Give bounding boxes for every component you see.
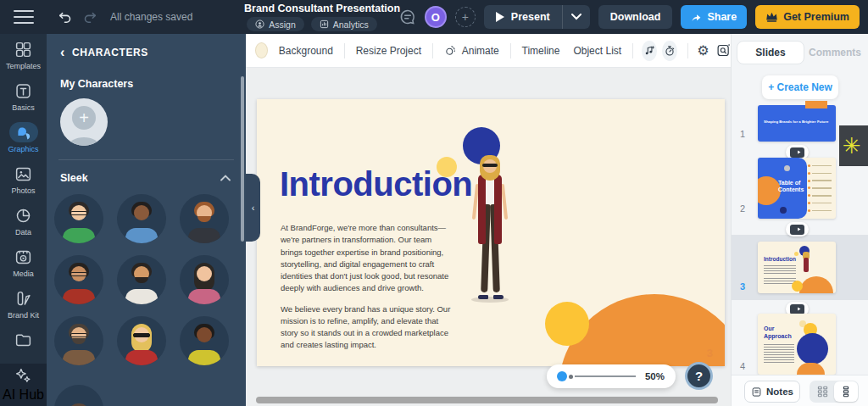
preview-search-button[interactable]: [716, 42, 731, 59]
play-icon: [496, 12, 504, 22]
list-view-button[interactable]: [834, 381, 858, 402]
document-title[interactable]: Brand Consultant Presentation: [244, 3, 380, 14]
animate-button[interactable]: Animate: [433, 44, 510, 57]
brand-kit-icon: [9, 288, 38, 309]
share-arrow-icon: [691, 12, 702, 22]
character-illustration[interactable]: [469, 155, 511, 303]
character-avatar[interactable]: [54, 316, 103, 365]
graphics-icon: [9, 122, 38, 142]
canvas-toolbar: Background Resize Project Animate Timeli…: [246, 34, 731, 68]
slide-title[interactable]: Introduction: [280, 165, 472, 203]
preview-magnifier-icon: [716, 43, 731, 58]
grid-view-icon: [817, 386, 828, 398]
transition-arrow-icon: [793, 149, 801, 155]
add-character-button[interactable]: +: [60, 98, 108, 146]
sidebar-item-media[interactable]: Media: [0, 242, 47, 283]
promo-asterisk-widget[interactable]: ✳: [839, 125, 868, 166]
sidebar-item-folder[interactable]: [0, 325, 47, 353]
character-avatar-partial[interactable]: [54, 385, 103, 406]
slide-thumbnail-3-selected[interactable]: Introduction: [758, 242, 836, 293]
analytics-button[interactable]: Analytics: [311, 17, 377, 31]
media-icon: [9, 247, 38, 267]
sidebar-item-graphics[interactable]: Graphics: [0, 117, 47, 159]
collapse-chevron-icon[interactable]: [220, 175, 231, 181]
character-avatar[interactable]: [180, 316, 229, 365]
canvas-area: Background Resize Project Animate Timeli…: [246, 34, 731, 406]
character-avatar[interactable]: [180, 255, 229, 304]
sidebar-item-ai-hub[interactable]: AI Hub: [0, 364, 47, 406]
horizontal-scrollbar[interactable]: [256, 397, 718, 403]
slide-thumbnail-4[interactable]: Our Approach: [758, 314, 836, 375]
my-characters-label: My Characters: [47, 59, 246, 90]
animate-icon: [444, 44, 457, 57]
sidebar-item-basics[interactable]: Basics: [0, 75, 47, 117]
timeline-button[interactable]: Timeline: [511, 45, 567, 57]
menu-icon[interactable]: [14, 10, 34, 24]
sidebar-item-templates[interactable]: Templates: [0, 34, 47, 75]
view-toggle: [810, 381, 859, 403]
decor-orange-tab: [805, 101, 827, 108]
sidebar-item-brand-kit[interactable]: Brand Kit: [0, 283, 47, 325]
autosave-status: All changes saved: [110, 11, 192, 23]
add-collaborator-button[interactable]: +: [455, 7, 476, 27]
decor-yellow-circle-large[interactable]: [545, 302, 589, 346]
zoom-slider-track[interactable]: [575, 375, 636, 377]
sidebar-item-photos[interactable]: Photos: [0, 159, 47, 200]
slide-number-4: 4: [740, 361, 745, 371]
object-list-button[interactable]: Object List: [566, 45, 632, 57]
present-button[interactable]: Present: [484, 5, 590, 29]
sleek-section-label: Sleek: [60, 172, 88, 184]
share-button[interactable]: Share: [681, 5, 747, 29]
settings-button[interactable]: ⚙: [697, 42, 709, 59]
undo-icon[interactable]: [56, 8, 73, 25]
download-button[interactable]: Download: [598, 5, 673, 29]
music-note-icon: [643, 45, 655, 57]
chevron-down-icon: [571, 14, 581, 20]
slides-panel: Slides Comments + Create New 1 Shaping B…: [731, 34, 868, 406]
assign-button[interactable]: Assign: [247, 17, 304, 31]
tab-comments[interactable]: Comments: [804, 41, 865, 64]
slide-page-number: 3: [707, 347, 713, 359]
top-bar: All changes saved Brand Consultant Prese…: [0, 0, 868, 34]
comments-icon[interactable]: [399, 8, 416, 25]
panel-collapse-handle[interactable]: ‹: [246, 174, 260, 242]
sidebar-item-data[interactable]: Data: [0, 200, 47, 242]
zoom-control: 50%: [547, 364, 676, 388]
background-color-swatch[interactable]: [255, 42, 268, 58]
zoom-value: 50%: [645, 371, 665, 381]
characters-panel: ‹ CHARACTERS My Characters + Sleek: [47, 34, 246, 406]
zoom-slider-handle[interactable]: [557, 371, 567, 381]
list-view-icon: [842, 386, 850, 398]
slide-thumbnail-2[interactable]: Table of Contents: [758, 158, 836, 219]
background-button[interactable]: Background: [268, 45, 344, 57]
transition-button-2[interactable]: [786, 222, 809, 236]
character-avatar[interactable]: [117, 255, 166, 304]
present-dropdown-button[interactable]: [563, 14, 590, 20]
character-avatar[interactable]: [54, 255, 103, 304]
transition-arrow-icon: [793, 306, 801, 312]
add-music-button[interactable]: [642, 41, 657, 61]
back-chevron-icon[interactable]: ‹: [60, 46, 65, 59]
photos-icon: [9, 164, 38, 184]
slide-thumbnail-1[interactable]: Shaping Brands for a Brighter Future: [758, 105, 836, 142]
help-button[interactable]: ?: [685, 362, 713, 390]
timer-button[interactable]: [662, 41, 677, 61]
slide-number-2: 2: [740, 203, 745, 214]
resize-project-button[interactable]: Resize Project: [345, 45, 432, 57]
user-avatar[interactable]: O: [425, 6, 447, 28]
slide-body-text[interactable]: At BrandForge, we're more than consultan…: [281, 222, 455, 352]
character-avatar[interactable]: [54, 194, 103, 243]
slide-canvas[interactable]: Introduction At BrandForge, we're more t…: [257, 99, 725, 366]
redo-icon[interactable]: [81, 8, 98, 25]
panel-scrollbar[interactable]: [241, 76, 244, 242]
characters-panel-header[interactable]: ‹ CHARACTERS: [47, 34, 246, 59]
notes-button[interactable]: Notes: [744, 381, 800, 403]
character-avatar[interactable]: [117, 316, 166, 365]
create-new-slide-button[interactable]: + Create New: [762, 75, 838, 99]
tab-slides[interactable]: Slides: [737, 41, 804, 64]
slide-number-1: 1: [740, 129, 745, 139]
character-avatar[interactable]: [180, 194, 229, 243]
character-avatar[interactable]: [117, 194, 166, 243]
grid-view-button[interactable]: [810, 381, 834, 402]
get-premium-button[interactable]: Get Premium: [755, 5, 860, 29]
